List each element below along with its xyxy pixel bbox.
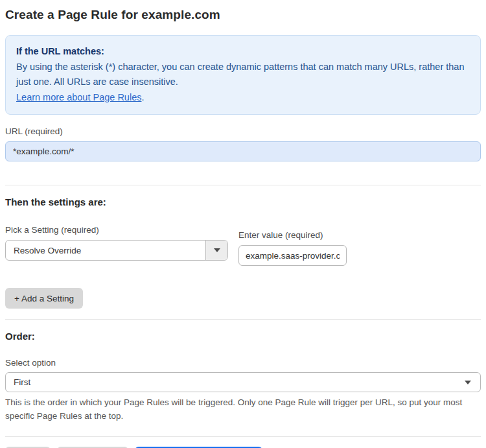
section-divider — [5, 185, 481, 185]
order-select-label: Select option — [5, 358, 481, 368]
info-box-link-line: Learn more about Page Rules. — [16, 90, 470, 106]
setting-select-column: Pick a Setting (required) Resolve Overri… — [5, 225, 228, 261]
order-section-heading: Order: — [5, 331, 481, 342]
footer-divider — [5, 436, 481, 437]
value-input-label: Enter value (required) — [238, 230, 347, 240]
link-period: . — [141, 92, 144, 102]
page-title: Create a Page Rule for example.com — [5, 8, 481, 22]
setting-value-input[interactable] — [238, 245, 347, 266]
value-input-column: Enter value (required) — [238, 230, 347, 266]
chevron-down-icon — [214, 248, 220, 252]
order-select-value: First — [14, 377, 30, 387]
add-setting-button[interactable]: + Add a Setting — [5, 288, 83, 309]
setting-select-arrow-button[interactable] — [205, 241, 227, 260]
url-field-label: URL (required) — [5, 126, 481, 136]
info-box-body: By using the asterisk (*) character, you… — [16, 60, 470, 90]
url-input[interactable] — [5, 141, 481, 161]
info-box-heading: If the URL matches: — [16, 44, 470, 60]
url-match-info-box: If the URL matches: By using the asteris… — [5, 35, 481, 115]
order-help-text: This is the order in which your Page Rul… — [5, 395, 472, 423]
setting-select-value: Resolve Override — [6, 241, 205, 260]
settings-row: Pick a Setting (required) Resolve Overri… — [5, 225, 481, 266]
order-select[interactable]: First — [5, 372, 481, 392]
setting-select[interactable]: Resolve Override — [5, 240, 228, 261]
section-divider — [5, 319, 481, 320]
chevron-down-icon — [465, 381, 471, 384]
setting-select-label: Pick a Setting (required) — [5, 225, 228, 235]
learn-more-link[interactable]: Learn more about Page Rules — [16, 92, 141, 102]
settings-section-heading: Then the settings are: — [5, 196, 481, 207]
